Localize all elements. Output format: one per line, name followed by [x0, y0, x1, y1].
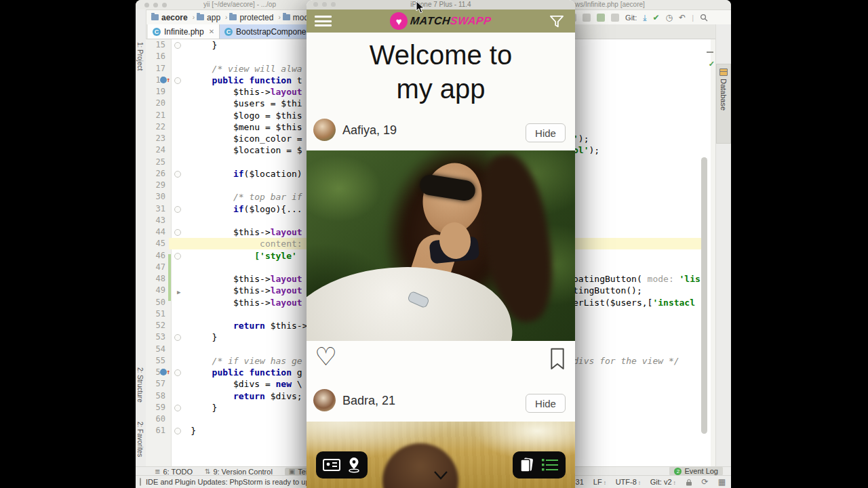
- hector-icon[interactable]: ⟳: [702, 478, 709, 486]
- right-action-pill: [513, 451, 566, 479]
- tab-infinite-php[interactable]: CInfinite.php✕: [148, 24, 220, 39]
- line-number: 15: [146, 39, 165, 51]
- list-icon[interactable]: [541, 458, 559, 472]
- simulator-titlebar[interactable]: iPhone 7 Plus - 11.4: [307, 0, 575, 9]
- class-icon: C: [224, 28, 233, 36]
- indicator-icon[interactable]: ▦: [718, 478, 726, 486]
- breadcrumb-item[interactable]: app: [197, 13, 220, 22]
- line-number: 49: [146, 285, 165, 296]
- line-number: 46: [146, 250, 165, 262]
- editor-scrollbar[interactable]: [701, 157, 707, 434]
- history-icon[interactable]: ◷: [666, 14, 673, 22]
- location-pin-icon[interactable]: [347, 457, 361, 473]
- line-number: 24: [146, 144, 165, 156]
- photo-detail: [382, 443, 458, 488]
- lock-icon[interactable]: [686, 479, 692, 486]
- line-number: 21: [146, 110, 165, 121]
- line-number: 20: [146, 98, 165, 109]
- cards-icon[interactable]: [519, 457, 534, 473]
- line-number: 30: [146, 191, 165, 203]
- profile-photo[interactable]: [307, 150, 575, 341]
- profile-row: Aafiya, 19 Hide: [307, 117, 575, 150]
- hide-button[interactable]: Hide: [526, 123, 566, 142]
- line-number: 58: [146, 390, 165, 402]
- line-number: 48: [146, 273, 165, 285]
- override-method-icon[interactable]: [160, 369, 167, 375]
- line-number: 23: [146, 133, 165, 144]
- left-action-pill: [316, 451, 368, 479]
- terminal-icon: ▣: [289, 468, 295, 475]
- line-number: 59: [146, 402, 165, 413]
- hide-button[interactable]: Hide: [526, 394, 566, 413]
- encoding-selector[interactable]: UTF-8↕: [616, 478, 641, 486]
- profile-row: Badra, 21 Hide: [307, 378, 575, 422]
- folder-icon: [283, 14, 290, 20]
- line-number: 29: [146, 180, 165, 191]
- avatar[interactable]: [313, 119, 336, 141]
- override-method-icon[interactable]: [160, 77, 167, 83]
- hide-panel-icon[interactable]: [707, 52, 713, 53]
- toolwindow-version-control[interactable]: ⇅ 9: Version Control: [205, 468, 273, 476]
- todo-icon: ≣: [155, 468, 160, 475]
- database-icon: [719, 68, 728, 76]
- line-number: 53: [146, 331, 165, 343]
- filter-icon[interactable]: [549, 15, 564, 28]
- line-number: 43: [146, 215, 165, 226]
- close-icon[interactable]: ✕: [209, 28, 214, 35]
- breadcrumb-item[interactable]: protected: [229, 13, 273, 22]
- line-number: 55: [146, 355, 165, 367]
- app-logo: ♥ MATCHSWAPP: [307, 9, 575, 33]
- folder-icon: [197, 14, 204, 20]
- sidebar-item-database[interactable]: Database: [716, 64, 731, 144]
- background-tasks-icon[interactable]: [140, 478, 141, 486]
- breadcrumb-item[interactable]: aecore: [151, 13, 188, 22]
- welcome-heading: Welcome to my app: [307, 38, 575, 106]
- rollback-icon[interactable]: ↶: [679, 14, 686, 22]
- vcs-commit-icon[interactable]: ✔: [653, 14, 660, 22]
- toolwindow-todo[interactable]: ≣ 6: TODO: [155, 468, 193, 476]
- ide-toolbar: Git: ⤓ ✔ ◷ ↶ |: [554, 10, 708, 24]
- line-number: 60: [146, 413, 165, 425]
- chevron-right-icon: ›: [225, 14, 227, 21]
- card-action-row: ♡: [307, 341, 575, 379]
- line-number: 47: [146, 262, 165, 273]
- ide-window-title-right: ws/Infinite.php [aecore]: [575, 1, 645, 8]
- ide-close-button[interactable]: [144, 3, 149, 7]
- chevron-right-icon: ›: [193, 14, 195, 21]
- vcs-update-icon[interactable]: ⤓: [643, 14, 646, 22]
- line-number: 19: [146, 86, 165, 98]
- logo-text: MATCHSWAPP: [410, 15, 492, 27]
- line-number: 50: [146, 297, 165, 308]
- toolbar-icon[interactable]: [597, 14, 605, 22]
- git-branch-selector[interactable]: Git: v2↕: [650, 478, 676, 486]
- ide-minimize-button[interactable]: [153, 3, 158, 7]
- like-heart-icon[interactable]: ♡: [315, 342, 337, 371]
- status-message[interactable]: IDE and Plugin Updates: PhpStorm is read…: [146, 478, 309, 486]
- folder-icon: [151, 14, 159, 20]
- heart-logo-icon: ♥: [390, 12, 408, 30]
- simulator-window: iPhone 7 Plus - 11.4 ♥ MATCHSWAPP Welcom…: [307, 0, 575, 488]
- bookmark-icon[interactable]: [549, 347, 566, 371]
- simulator-title: iPhone 7 Plus - 11.4: [307, 1, 575, 8]
- toolbar-icon[interactable]: [583, 14, 591, 22]
- chevron-down-icon[interactable]: [433, 470, 449, 481]
- line-number: 26: [146, 168, 165, 180]
- search-icon[interactable]: [700, 14, 708, 22]
- id-card-icon[interactable]: [323, 459, 340, 471]
- cursor-pointer-icon: [416, 1, 425, 14]
- database-label: Database: [719, 79, 728, 110]
- line-number: 61: [146, 425, 165, 436]
- line-number: 22: [146, 121, 165, 133]
- ide-zoom-button[interactable]: [162, 3, 167, 7]
- line-ending-selector[interactable]: LF↕: [593, 478, 606, 486]
- line-number: 57: [146, 378, 165, 390]
- ide-window-title-left: yii [~/dev/aecore] - .../op: [203, 1, 276, 8]
- git-label: Git:: [625, 14, 637, 22]
- toolbar-icon[interactable]: [611, 14, 619, 22]
- line-number: 17: [146, 63, 165, 75]
- line-number: 31: [146, 203, 165, 215]
- class-icon: C: [153, 28, 161, 36]
- avatar[interactable]: [313, 389, 336, 411]
- line-number: 25: [146, 157, 165, 168]
- event-log-button[interactable]: 2 Event Log: [669, 466, 723, 476]
